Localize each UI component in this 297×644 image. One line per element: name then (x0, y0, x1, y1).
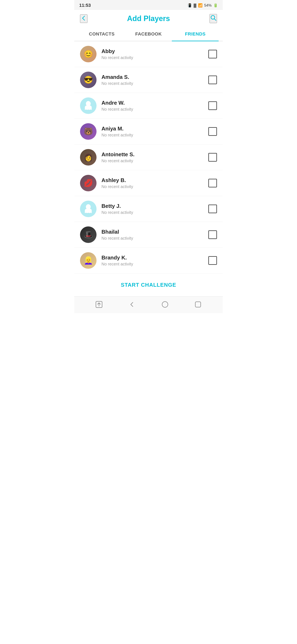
status-time: 11:53 (79, 3, 91, 8)
tab-friends[interactable]: FRIENDS (172, 27, 219, 41)
tab-facebook[interactable]: FACEBOOK (125, 27, 172, 41)
start-challenge-container: START CHALLENGE (74, 274, 223, 296)
bottom-nav (74, 296, 223, 313)
nav-home-icon[interactable] (161, 301, 169, 309)
list-item: 🎩 Bhailal No recent activity (74, 222, 223, 248)
status-bar: 11:53 📳 ▓ 📶 54% 🔋 (74, 0, 223, 10)
friend-info: Antoinette S. No recent activity (96, 151, 208, 163)
select-checkbox[interactable] (208, 101, 217, 110)
select-checkbox[interactable] (208, 179, 217, 188)
avatar: 💋 (80, 175, 96, 191)
select-checkbox[interactable] (208, 76, 217, 84)
friend-activity: No recent activity (101, 262, 208, 266)
friend-name: Abby (101, 48, 208, 54)
select-checkbox[interactable] (208, 127, 217, 136)
friend-name: Aniya M. (101, 126, 208, 132)
select-checkbox[interactable] (208, 256, 217, 265)
friend-activity: No recent activity (101, 81, 208, 86)
header: Add Players (74, 10, 223, 27)
list-item: 😊 Abby No recent activity (74, 41, 223, 67)
battery-icon: 🔋 (213, 3, 218, 8)
friend-info: Andre W. No recent activity (96, 100, 208, 112)
back-button[interactable] (80, 14, 87, 23)
vibrate-icon: 📳 (188, 3, 192, 8)
nav-recents-icon[interactable] (194, 301, 202, 309)
start-challenge-button[interactable]: START CHALLENGE (121, 282, 176, 288)
wifi-icon: ▓ (194, 3, 196, 8)
friend-info: Amanda S. No recent activity (96, 74, 208, 86)
battery-indicator: 54% (204, 3, 212, 8)
tab-contacts[interactable]: CONTACTS (78, 27, 125, 41)
avatar: 🎩 (80, 226, 96, 243)
friend-activity: No recent activity (101, 236, 208, 241)
friend-name: Brandy K. (101, 254, 208, 261)
friend-info: Brandy K. No recent activity (96, 254, 208, 266)
list-item: Betty J. No recent activity (74, 196, 223, 222)
nav-back-icon[interactable] (128, 301, 136, 309)
avatar: 😊 (80, 46, 96, 62)
friend-info: Bhailal No recent activity (96, 229, 208, 241)
tab-bar: CONTACTS FACEBOOK FRIENDS (74, 27, 223, 41)
svg-rect-7 (195, 302, 201, 307)
friend-name: Ashley B. (101, 177, 208, 184)
friend-name: Betty J. (101, 203, 208, 209)
friend-name: Antoinette S. (101, 151, 208, 158)
svg-line-1 (214, 19, 216, 20)
search-button[interactable] (210, 14, 217, 23)
friend-activity: No recent activity (101, 133, 208, 138)
list-item: 😎 Amanda S. No recent activity (74, 67, 223, 93)
select-checkbox[interactable] (208, 153, 217, 162)
page-title: Add Players (87, 14, 210, 23)
friends-list: 😊 Abby No recent activity 😎 Amanda S. No… (74, 41, 223, 274)
list-item: 👱‍♀️ Brandy K. No recent activity (74, 248, 223, 274)
friend-name: Andre W. (101, 100, 208, 106)
avatar: 👩 (80, 149, 96, 166)
list-item: Andre W. No recent activity (74, 93, 223, 119)
list-item: 💋 Ashley B. No recent activity (74, 170, 223, 196)
select-checkbox[interactable] (208, 204, 217, 213)
list-item: 👩 Antoinette S. No recent activity (74, 144, 223, 170)
friend-info: Ashley B. No recent activity (96, 177, 208, 189)
select-checkbox[interactable] (208, 230, 217, 239)
list-item: 🐻 Aniya M. No recent activity (74, 119, 223, 144)
friend-activity: No recent activity (101, 184, 208, 189)
select-checkbox[interactable] (208, 50, 217, 58)
friend-info: Aniya M. No recent activity (96, 126, 208, 138)
avatar (80, 98, 96, 114)
nav-upload-icon[interactable] (95, 301, 103, 309)
signal-icon: 📶 (198, 3, 203, 8)
friend-activity: No recent activity (101, 158, 208, 163)
friend-activity: No recent activity (101, 107, 208, 112)
friend-info: Abby No recent activity (96, 48, 208, 60)
avatar (80, 201, 96, 217)
friend-activity: No recent activity (101, 55, 208, 60)
status-icons: 📳 ▓ 📶 54% 🔋 (188, 3, 218, 8)
svg-point-6 (162, 302, 168, 307)
friend-name: Bhailal (101, 229, 208, 235)
friend-name: Amanda S. (101, 74, 208, 80)
friend-activity: No recent activity (101, 210, 208, 215)
avatar: 😎 (80, 72, 96, 88)
avatar: 🐻 (80, 123, 96, 140)
friend-info: Betty J. No recent activity (96, 203, 208, 215)
avatar: 👱‍♀️ (80, 252, 96, 269)
